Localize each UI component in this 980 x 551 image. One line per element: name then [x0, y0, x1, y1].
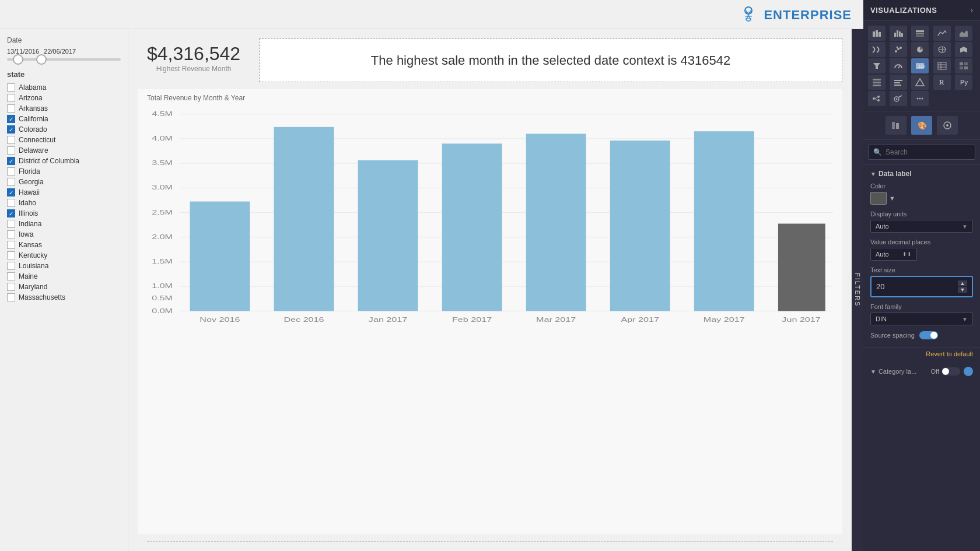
state-item[interactable]: Connecticut [7, 136, 121, 144]
state-checkbox[interactable] [7, 230, 15, 238]
viz-collapse-btn[interactable]: › [971, 6, 973, 15]
r-visual-icon-btn[interactable]: R [933, 75, 951, 90]
ribbon-chart-icon-btn[interactable] [868, 42, 886, 57]
state-checkbox[interactable] [7, 209, 15, 217]
data-label-header[interactable]: ▼ Data label [870, 170, 973, 178]
state-item[interactable]: Hawaii [7, 188, 121, 196]
bar-dec2016[interactable] [274, 127, 334, 311]
python-icon-btn[interactable]: Py [955, 75, 972, 90]
filters-strip[interactable]: FILTERS [852, 29, 863, 551]
state-checkbox[interactable] [7, 104, 15, 113]
scatter-icon-btn[interactable] [890, 42, 907, 57]
gauge-icon-btn[interactable] [890, 58, 907, 73]
state-checkbox[interactable] [7, 283, 15, 291]
state-item[interactable]: Delaware [7, 146, 121, 155]
format-tab-btn[interactable]: 🎨 [911, 116, 932, 135]
state-item[interactable]: Arkansas [7, 104, 121, 113]
bar-jun2017[interactable] [778, 224, 825, 311]
state-item[interactable]: Illinois [7, 209, 121, 217]
funnel-icon-btn[interactable] [868, 58, 886, 73]
state-item[interactable]: Kentucky [7, 251, 121, 259]
bar-nov2016[interactable] [190, 202, 250, 311]
multirow-card-icon-btn[interactable] [868, 75, 886, 90]
state-checkbox[interactable] [7, 146, 15, 155]
state-checkbox[interactable] [7, 167, 15, 176]
state-item[interactable]: Florida [7, 167, 121, 176]
state-checkbox[interactable] [7, 199, 15, 207]
slider-thumb-left[interactable] [13, 54, 23, 65]
bar-mar2017[interactable] [526, 134, 586, 311]
category-toggle[interactable] [942, 367, 960, 375]
state-item[interactable]: Kansas [7, 241, 121, 249]
bar-may2017[interactable] [694, 131, 754, 311]
state-item[interactable]: Georgia [7, 178, 121, 186]
bar-feb2017[interactable] [442, 143, 502, 311]
center-content: $4,316,542 Highest Revenue Month The hig… [128, 29, 852, 551]
slider-thumb-right[interactable] [36, 54, 47, 65]
svg-text:Feb 2017: Feb 2017 [452, 316, 492, 324]
state-checkbox[interactable] [7, 157, 15, 165]
matrix-icon-btn[interactable] [955, 58, 972, 73]
state-item[interactable]: Colorado [7, 125, 121, 134]
state-item[interactable]: Maryland [7, 283, 121, 291]
pie-chart-icon-btn[interactable] [911, 42, 929, 57]
state-checkbox[interactable] [7, 125, 15, 134]
color-swatch[interactable] [870, 192, 887, 205]
100pct-bar-icon-btn[interactable] [911, 26, 929, 41]
text-size-up-btn[interactable]: ▲ [958, 280, 967, 286]
stacked-bar-icon-btn[interactable] [868, 26, 886, 41]
state-item[interactable]: California [7, 115, 121, 123]
display-units-dropdown[interactable]: Auto ▼ [870, 220, 973, 233]
table-icon-btn[interactable] [933, 58, 951, 73]
search-input[interactable] [886, 148, 970, 156]
search-box[interactable]: 🔍 [868, 145, 975, 160]
decomp-tree-icon-btn[interactable] [868, 91, 886, 106]
state-item[interactable]: Indiana [7, 220, 121, 228]
state-checkbox[interactable] [7, 251, 15, 259]
state-checkbox[interactable] [7, 272, 15, 280]
state-item[interactable]: Maine [7, 272, 121, 280]
state-item[interactable]: Idaho [7, 199, 121, 207]
date-slider-track[interactable] [7, 58, 121, 61]
state-checkbox[interactable] [7, 94, 15, 102]
state-checkbox[interactable] [7, 136, 15, 144]
bar-jan2017[interactable] [358, 160, 418, 311]
more-icon-btn[interactable] [911, 91, 929, 106]
map-icon-btn[interactable] [933, 42, 951, 57]
state-item[interactable]: Iowa [7, 230, 121, 238]
bar-apr2017[interactable] [610, 141, 670, 311]
font-family-dropdown[interactable]: DIN ▼ [870, 313, 973, 325]
revert-default-btn[interactable]: Revert to default [863, 348, 980, 362]
color-dropdown-arrow[interactable]: ▼ [889, 195, 895, 202]
filled-map-icon-btn[interactable] [955, 42, 972, 57]
card-icon-btn[interactable]: 123 [911, 58, 929, 73]
text-size-down-btn[interactable]: ▼ [958, 287, 967, 293]
key-influencer-icon-btn[interactable] [890, 91, 907, 106]
fields-tab-btn[interactable] [886, 116, 907, 135]
svg-text:R: R [939, 78, 944, 86]
state-item[interactable]: Arizona [7, 94, 121, 102]
state-item[interactable]: Alabama [7, 83, 121, 92]
state-item[interactable]: Massachusetts [7, 293, 121, 301]
state-checkbox[interactable] [7, 241, 15, 249]
decimal-places-dropdown[interactable]: Auto ⬆⬇ [870, 248, 917, 261]
state-checkbox[interactable] [7, 293, 15, 301]
state-checkbox[interactable] [7, 178, 15, 186]
column-chart-icon-btn[interactable] [890, 26, 907, 41]
state-item[interactable]: Louisiana [7, 262, 121, 270]
state-checkbox[interactable] [7, 83, 15, 92]
data-label-title: Data label [878, 170, 912, 178]
state-checkbox[interactable] [7, 262, 15, 270]
slicer-icon-btn[interactable] [890, 75, 907, 90]
state-checkbox[interactable] [7, 220, 15, 228]
state-checkbox[interactable] [7, 188, 15, 196]
area-chart-icon-btn[interactable] [955, 26, 972, 41]
line-chart-icon-btn[interactable] [933, 26, 951, 41]
state-item[interactable]: District of Columbia [7, 157, 121, 165]
source-spacing-toggle[interactable] [919, 331, 938, 339]
state-checkbox[interactable] [7, 115, 15, 123]
text-size-box[interactable]: 20 ▲ ▼ [870, 276, 973, 297]
shape-icon-btn[interactable] [911, 75, 929, 90]
state-name: Florida [19, 167, 40, 176]
analytics-tab-btn[interactable] [937, 116, 958, 135]
